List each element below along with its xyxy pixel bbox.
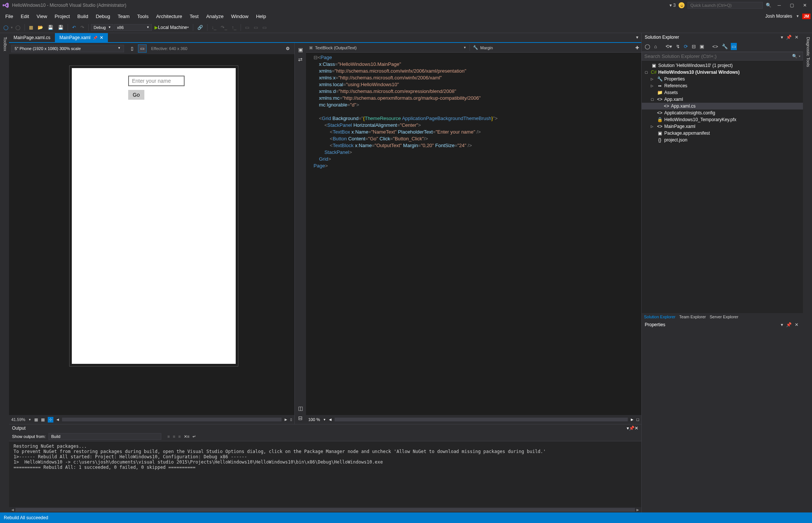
toolbar-misc1[interactable]: ▭ (243, 24, 251, 31)
step-button[interactable]: ↓_ (210, 24, 218, 31)
tree-node[interactable]: ▷▪▪References (642, 82, 803, 89)
notifications-icon[interactable]: ▾ 3 (670, 3, 676, 8)
doc-tab[interactable]: MainPage.xaml📌✕ (55, 33, 108, 42)
props-dropdown-icon[interactable]: ▾ (779, 322, 785, 327)
user-badge[interactable]: JM (802, 14, 810, 19)
close-button[interactable]: ✕ (800, 3, 810, 8)
platform-combo[interactable]: x86▼ (114, 24, 152, 31)
output-close-icon[interactable]: ✕ (635, 426, 638, 431)
tree-node[interactable]: ▣Package.appxmanifest (642, 130, 803, 137)
se-search[interactable]: 🔍 ▾ (642, 52, 803, 61)
config-combo[interactable]: Debug▼ (91, 24, 114, 31)
panel-tab[interactable]: Team Explorer (679, 315, 706, 319)
se-showall-icon[interactable]: ▣ (699, 43, 705, 50)
add-icon[interactable]: ✚ (633, 45, 641, 50)
props-close-icon[interactable]: ✕ (793, 322, 800, 327)
grid-icon[interactable]: ▦ (34, 417, 38, 422)
menu-window[interactable]: Window (227, 12, 252, 21)
toolbar-misc3[interactable]: ▭ (261, 24, 268, 31)
step-over-button[interactable]: ↷_ (219, 24, 229, 31)
output-tool1[interactable]: ≡ (167, 434, 170, 439)
doc-tab[interactable]: MainPage.xaml.cs (9, 33, 55, 42)
output-scrollbar[interactable] (15, 508, 635, 512)
tree-node[interactable]: <>ApplicationInsights.config (642, 109, 803, 116)
menu-team[interactable]: Team (114, 12, 133, 21)
menu-test[interactable]: Test (186, 12, 203, 21)
device-combo[interactable]: 5" Phone (1920 x 1080) 300% scale▼ (11, 45, 124, 52)
se-pending-icon[interactable]: ↯ (675, 43, 681, 50)
horizontal-split-icon[interactable]: ⊟ (298, 415, 303, 421)
code-scrollbar[interactable] (335, 418, 628, 421)
toolbar-misc2[interactable]: ▭ (252, 24, 260, 31)
right-tab-diagnostic-tools[interactable]: Diagnostic Tools (804, 33, 812, 512)
element-combo[interactable]: ▣TextBlock (OutputText)▼ (306, 44, 470, 51)
props-pin-icon[interactable]: 📌 (785, 322, 793, 327)
settings-icon[interactable]: ⚙ (283, 44, 292, 53)
se-sync-icon[interactable]: ⟲▾ (665, 43, 673, 50)
panel-tab[interactable]: Server Explorer (710, 315, 738, 319)
code-body[interactable]: ⊟<Page x:Class="HelloWindows10.MainPage"… (306, 53, 641, 415)
output-clear-icon[interactable]: ✕≡ (184, 434, 189, 439)
redo-button[interactable]: ↷ (79, 24, 86, 31)
tree-node[interactable]: ▷<>MainPage.xaml (642, 123, 803, 130)
menu-debug[interactable]: Debug (92, 12, 114, 21)
se-wrench-icon[interactable]: 🔧 (721, 43, 729, 50)
step-out-button[interactable]: ↑_ (230, 24, 238, 31)
se-properties-icon[interactable]: <> (712, 43, 719, 50)
tree-node[interactable]: ▣Solution 'HelloWindows10' (1 project) (642, 62, 803, 69)
menu-edit[interactable]: Edit (17, 12, 33, 21)
landscape-button[interactable]: ▭ (138, 44, 147, 53)
nav-back-button[interactable]: ◯ (2, 24, 10, 31)
se-dropdown-icon[interactable]: ▾ (779, 35, 785, 40)
designer-scrollbar[interactable] (62, 418, 282, 421)
se-collapse-icon[interactable]: ⊟ (691, 43, 697, 50)
tree-node[interactable]: ▢<>App.xaml (642, 96, 803, 103)
se-refresh-icon[interactable]: ⟳ (683, 43, 689, 50)
se-pin-icon[interactable]: 📌 (785, 35, 793, 40)
feedback-icon[interactable]: ☺ (679, 2, 685, 8)
undo-button[interactable]: ↶ (70, 24, 78, 31)
output-wrap-icon[interactable]: ↵ (192, 434, 196, 439)
chevron-down-icon[interactable]: ▼ (796, 14, 799, 18)
left-tab-document-outline[interactable]: Document Outline (0, 33, 1, 512)
se-back-icon[interactable]: ◯ (644, 43, 651, 50)
menu-file[interactable]: File (2, 12, 17, 21)
menu-project[interactable]: Project (51, 12, 73, 21)
new-project-button[interactable]: ▦ (27, 24, 35, 31)
collapse-icon[interactable]: □ (636, 417, 639, 422)
menu-analyze[interactable]: Analyze (202, 12, 227, 21)
output-tool2[interactable]: ≡ (173, 434, 175, 439)
expand-pane-icon[interactable]: ▣ (298, 47, 303, 53)
search-icon[interactable]: 🔍 (766, 3, 771, 8)
pin-icon[interactable]: 📌 (93, 36, 97, 40)
menu-tools[interactable]: Tools (133, 12, 152, 21)
code-zoom[interactable]: 100 % (308, 417, 320, 422)
menu-help[interactable]: Help (252, 12, 270, 21)
save-button[interactable]: 💾 (46, 24, 55, 31)
output-text[interactable]: Restoring NuGet packages... To prevent N… (9, 441, 641, 507)
se-preview-icon[interactable]: ▭ (731, 43, 737, 50)
output-tool3[interactable]: ≡ (178, 434, 180, 439)
output-source-combo[interactable]: Build (48, 433, 161, 440)
quick-launch-input[interactable] (688, 2, 763, 9)
tree-node[interactable]: <>App.xaml.cs (642, 103, 803, 109)
maximize-button[interactable]: ▢ (787, 3, 797, 8)
start-debug-button[interactable]: ▶ Local Machine ▾ (153, 24, 190, 31)
save-all-button[interactable]: 💾 (56, 24, 65, 31)
design-surface[interactable]: Enter your name Go (9, 54, 294, 415)
se-tree[interactable]: ▣Solution 'HelloWindows10' (1 project)▢C… (642, 61, 803, 313)
snap-icon[interactable]: ⊹ (48, 417, 53, 423)
property-combo[interactable]: 🔧Margin (470, 44, 633, 51)
tree-node[interactable]: ▷🔧Properties (642, 76, 803, 82)
tree-node[interactable]: {}project.json (642, 137, 803, 143)
tree-node[interactable]: 📁Assets (642, 89, 803, 96)
close-icon[interactable]: ✕ (100, 35, 103, 40)
minimize-button[interactable]: ─ (774, 3, 784, 8)
left-tab-toolbox[interactable]: Toolbox (1, 33, 9, 512)
nav-forward-button[interactable]: ◯ (14, 24, 22, 31)
se-home-icon[interactable]: ⌂ (653, 43, 658, 50)
tree-node[interactable]: ▢C#HelloWindows10 (Universal Windows) (642, 69, 803, 76)
tree-node[interactable]: 🔒HelloWindows10_TemporaryKey.pfx (642, 116, 803, 123)
menu-architecture[interactable]: Architecture (152, 12, 186, 21)
se-search-input[interactable] (644, 53, 792, 59)
